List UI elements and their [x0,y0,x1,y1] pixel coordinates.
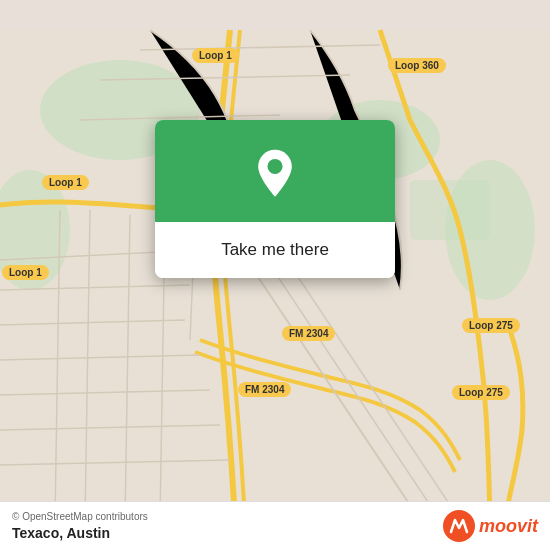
road-label-fm2304-1: FM 2304 [282,326,335,341]
svg-rect-5 [410,180,490,240]
moovit-icon [443,510,475,542]
moovit-text: moovit [479,516,538,537]
popup-card: Take me there [155,120,395,278]
bottom-left: © OpenStreetMap contributors Texaco, Aus… [12,511,148,541]
location-name: Texaco, Austin [12,525,148,541]
attribution-text: © OpenStreetMap contributors [12,511,148,522]
moovit-logo[interactable]: moovit [443,510,538,542]
location-pin-icon [249,148,301,200]
road-label-loop1-mid: Loop 1 [42,175,89,190]
popup-icon-area [155,120,395,222]
road-label-loop275-2: Loop 275 [452,385,510,400]
road-label-loop360: Loop 360 [388,58,446,73]
road-label-loop1-left: Loop 1 [2,265,49,280]
take-me-there-button[interactable]: Take me there [155,222,395,278]
road-label-loop275-1: Loop 275 [462,318,520,333]
svg-point-27 [267,159,282,174]
bottom-bar: © OpenStreetMap contributors Texaco, Aus… [0,501,550,550]
road-label-loop1-top: Loop 1 [192,48,239,63]
road-label-fm2304-2: FM 2304 [238,382,291,397]
map-container: Loop 1 Loop 360 Loop 1 Loop 1 FM 2304 FM… [0,0,550,550]
